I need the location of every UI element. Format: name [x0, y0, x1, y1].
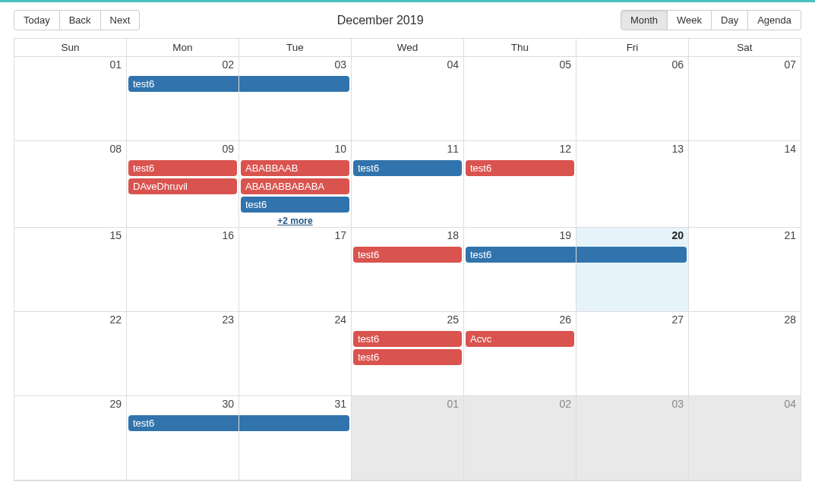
day-cell[interactable]: 04 — [689, 396, 801, 480]
day-cell[interactable]: 07 — [689, 57, 801, 140]
date-number: 01 — [109, 58, 122, 71]
today-button[interactable]: Today — [14, 10, 60, 30]
calendar-event[interactable]: test6 — [128, 76, 238, 92]
day-cell[interactable]: 09test6DAveDhruvil — [127, 141, 239, 227]
show-more-link[interactable]: +2 more — [239, 215, 351, 227]
date-number: 09 — [222, 143, 234, 155]
date-number: 02 — [559, 398, 571, 410]
calendar-event[interactable]: Acvc — [466, 331, 574, 347]
day-cell[interactable]: 11test6 — [352, 141, 464, 227]
date-number: 05 — [559, 58, 571, 71]
view-agenda-button[interactable]: Agenda — [748, 10, 801, 30]
day-cell[interactable]: 02test6 — [127, 57, 239, 140]
date-number: 25 — [447, 313, 459, 326]
date-number: 10 — [334, 143, 346, 155]
date-number: 13 — [671, 143, 684, 155]
day-cell[interactable]: 22 — [14, 312, 127, 395]
calendar-event[interactable] — [577, 247, 687, 263]
day-cell[interactable]: 29 — [14, 396, 127, 480]
date-number: 04 — [784, 398, 796, 410]
day-cell[interactable]: 03 — [577, 396, 689, 480]
date-number: 03 — [671, 398, 684, 410]
calendar-event[interactable]: test6 — [466, 247, 576, 263]
date-number: 01 — [447, 398, 459, 410]
day-cell[interactable]: 25test6test6 — [352, 312, 464, 395]
day-cell[interactable]: 31 — [239, 396, 352, 480]
date-number: 27 — [671, 313, 684, 326]
view-week-button[interactable]: Week — [668, 10, 712, 30]
day-cell[interactable]: 15 — [14, 228, 127, 311]
day-cell[interactable]: 18test6 — [352, 228, 464, 311]
date-number: 29 — [109, 398, 122, 410]
date-number: 19 — [559, 229, 571, 241]
day-header: Fri — [577, 39, 689, 57]
date-number: 26 — [559, 313, 571, 326]
calendar-event[interactable]: test6 — [241, 197, 349, 213]
day-cell[interactable]: 16 — [127, 228, 239, 311]
date-number: 20 — [671, 229, 684, 241]
date-number: 28 — [784, 313, 796, 326]
date-number: 02 — [222, 58, 234, 71]
date-number: 31 — [334, 398, 346, 410]
calendar-event[interactable]: test6 — [128, 415, 238, 431]
day-cell[interactable]: 30test6 — [127, 396, 239, 480]
calendar-event[interactable] — [239, 76, 349, 92]
day-header: Mon — [127, 39, 239, 57]
day-cell[interactable]: 13 — [577, 141, 689, 227]
date-number: 16 — [222, 229, 234, 241]
calendar-event[interactable]: test6 — [353, 247, 462, 263]
day-cell[interactable]: 12test6 — [464, 141, 577, 227]
day-cell[interactable]: 08 — [14, 141, 127, 227]
day-cell[interactable]: 03 — [239, 57, 352, 140]
day-cell[interactable]: 27 — [577, 312, 689, 395]
week-row: 22232425test6test626Acvc2728 — [14, 312, 801, 396]
calendar-event[interactable]: test6 — [353, 160, 462, 176]
day-header-row: SunMonTueWedThuFriSat — [14, 39, 801, 57]
nav-button-group: Today Back Next — [14, 10, 140, 30]
day-cell[interactable]: 17 — [239, 228, 352, 311]
week-row: 2930test63101020304 — [14, 396, 801, 480]
date-number: 24 — [334, 313, 346, 326]
day-cell[interactable]: 10ABABBAABABABABBABABAtest6+2 more — [239, 141, 352, 227]
calendar-event[interactable] — [239, 415, 349, 431]
day-cell[interactable]: 23 — [127, 312, 239, 395]
view-month-button[interactable]: Month — [621, 10, 668, 30]
day-cell[interactable]: 04 — [352, 57, 464, 140]
date-number: 04 — [447, 58, 459, 71]
day-header: Thu — [464, 39, 577, 57]
day-header: Sat — [689, 39, 801, 57]
day-cell[interactable]: 06 — [577, 57, 689, 140]
day-cell[interactable]: 01 — [14, 57, 127, 140]
date-number: 03 — [334, 58, 346, 71]
day-cell[interactable]: 26Acvc — [464, 312, 577, 395]
view-day-button[interactable]: Day — [712, 10, 748, 30]
calendar-event[interactable]: test6 — [466, 160, 574, 176]
date-number: 18 — [447, 229, 459, 241]
day-cell[interactable]: 21 — [689, 228, 801, 311]
day-cell[interactable]: 20 — [577, 228, 689, 311]
week-row: 15161718test619test62021 — [14, 228, 801, 312]
day-cell[interactable]: 19test6 — [464, 228, 577, 311]
calendar-event[interactable]: test6 — [353, 331, 462, 347]
calendar-event[interactable]: DAveDhruvil — [128, 178, 237, 194]
day-header: Sun — [14, 39, 127, 57]
date-number: 07 — [784, 58, 796, 71]
calendar-event[interactable]: ABABABBABABA — [241, 178, 349, 194]
day-cell[interactable]: 05 — [464, 57, 577, 140]
date-number: 06 — [671, 58, 684, 71]
next-button[interactable]: Next — [101, 10, 141, 30]
date-number: 23 — [222, 313, 234, 326]
calendar-event[interactable]: test6 — [353, 349, 462, 365]
date-number: 15 — [109, 229, 122, 241]
calendar-toolbar: Today Back Next December 2019 Month Week… — [0, 2, 815, 38]
day-cell[interactable]: 02 — [464, 396, 577, 480]
day-cell[interactable]: 24 — [239, 312, 352, 395]
back-button[interactable]: Back — [60, 10, 101, 30]
day-cell[interactable]: 14 — [689, 141, 801, 227]
calendar-event[interactable]: test6 — [128, 160, 237, 176]
week-row: 0102test60304050607 — [14, 57, 801, 141]
calendar-event[interactable]: ABABBAAB — [241, 160, 349, 176]
date-number: 21 — [784, 229, 796, 241]
day-cell[interactable]: 28 — [689, 312, 801, 395]
day-cell[interactable]: 01 — [352, 396, 464, 480]
